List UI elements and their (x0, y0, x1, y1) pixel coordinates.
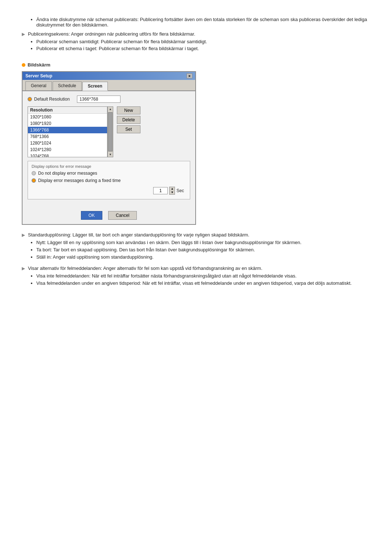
list-item: Ställ in: Anger vald upplösning som stan… (36, 254, 370, 260)
default-resolution-label: Default Resolution (34, 97, 70, 102)
bildskarm-title: Bildskärm (22, 62, 370, 68)
radio-inner (29, 98, 31, 100)
scrollbar-up-arrow[interactable]: ▲ (108, 107, 113, 112)
dialog-body: Default Resolution 1366*768 Resolution 1… (23, 91, 195, 208)
standardupplösning-list: Nytt: Lägger till en ny upplösning som k… (22, 240, 370, 260)
publiceringsekvens-subitems: Publicerar scheman samtidigt: Publicerar… (22, 39, 370, 51)
cancel-button[interactable]: Cancel (108, 211, 137, 220)
standardupplösning-item: ▶ Standardupplösning: Lägger till, tar b… (22, 232, 370, 238)
pub-sub2: Publicerar ett schema i taget: Publicera… (36, 46, 370, 51)
time-spinner[interactable]: ▲ ▼ (169, 187, 175, 195)
pub-sub1: Publicerar scheman samtidigt: Publicerar… (36, 39, 370, 44)
dialog-titlebar: Server Setup × (23, 72, 195, 80)
top-bullet-section: Ändra inte diskutrymme när schemat publi… (22, 17, 370, 28)
radio-display-fixed[interactable] (32, 178, 36, 183)
dialog-tabs: General Schedule Screen (23, 80, 195, 91)
error-message-box: Display options for error message Do not… (28, 161, 190, 199)
radio-row-1: Do not display error messages (32, 171, 186, 176)
close-button[interactable]: × (187, 73, 192, 78)
dialog-title: Server Setup (25, 73, 52, 78)
default-resolution-row: Default Resolution 1366*768 (28, 96, 190, 103)
radio-do-not-display[interactable] (32, 171, 36, 175)
time-row: ▲ ▼ Sec (32, 185, 186, 196)
server-setup-dialog: Server Setup × General Schedule Screen D… (22, 71, 196, 225)
new-button[interactable]: New (117, 106, 140, 114)
publiceringsekvens-item: ▶ Publiceringsekvens: Anger ordningen nä… (22, 31, 370, 37)
ok-button[interactable]: OK (81, 211, 102, 220)
list-item: Visa inte felmeddelanden: När ett fel in… (36, 273, 370, 279)
list-item[interactable]: 1366*768 (28, 127, 107, 133)
dialog-footer: OK Cancel (23, 208, 195, 224)
standardupplösning-text: Standardupplösning: Lägger till, tar bor… (28, 232, 249, 238)
default-resolution-radio[interactable] (28, 97, 32, 101)
arrow-icon: ▶ (22, 266, 25, 271)
list-item[interactable]: 768*1366 (28, 133, 107, 140)
tab-general[interactable]: General (25, 81, 52, 90)
radio-row-2: Display error messages during a fixed ti… (32, 178, 186, 183)
felmeddelanden-text: Visar alternativ för felmeddelanden: Ang… (28, 266, 262, 271)
resolution-area: Resolution 1920*1080 1080*1920 1366*768 … (28, 106, 190, 157)
scrollbar-thumb[interactable] (108, 112, 113, 151)
standardupplösning-section: ▶ Standardupplösning: Lägger till, tar b… (22, 232, 370, 260)
top-bullet-item1: Ändra inte diskutrymme när schemat publi… (36, 17, 370, 28)
list-item[interactable]: 1280*1024 (28, 140, 107, 146)
default-resolution-value[interactable]: 1366*768 (77, 96, 121, 103)
error-msg-title: Display options for error message (32, 164, 186, 169)
scrollbar-down-arrow[interactable]: ▼ (108, 152, 113, 157)
resolution-buttons: New Delete Set (117, 106, 140, 157)
tab-screen[interactable]: Screen (82, 82, 108, 91)
time-input[interactable] (153, 187, 168, 194)
list-item: Ta bort: Tar bort en skapad upplösning. … (36, 247, 370, 252)
bildskarm-label: Bildskärm (28, 62, 50, 68)
orange-dot-icon (22, 63, 25, 67)
felmeddelanden-section: ▶ Visar alternativ för felmeddelanden: A… (22, 266, 370, 286)
bildskarm-section: Bildskärm Server Setup × General Schedul… (22, 62, 370, 225)
felmeddelanden-list: Visa inte felmeddelanden: När ett fel in… (22, 273, 370, 286)
list-item: Visa felmeddelanden under en angiven tid… (36, 280, 370, 286)
spinner-down[interactable]: ▼ (170, 191, 175, 194)
list-item[interactable]: 1024*768 (28, 153, 107, 157)
resolution-list-wrapper: Resolution 1920*1080 1080*1920 1366*768 … (28, 106, 113, 157)
resolution-list[interactable]: Resolution 1920*1080 1080*1920 1366*768 … (28, 106, 107, 157)
tab-schedule[interactable]: Schedule (53, 81, 82, 90)
resolution-scrollbar[interactable]: ▲ ▼ (107, 106, 113, 157)
set-button[interactable]: Set (117, 125, 140, 133)
arrow-icon: ▶ (22, 232, 25, 238)
resolution-list-header: Resolution (28, 107, 107, 114)
list-item: Nytt: Lägger till en ny upplösning som k… (36, 240, 370, 245)
felmeddelanden-item: ▶ Visar alternativ för felmeddelanden: A… (22, 266, 370, 271)
list-item[interactable]: 1920*1080 (28, 114, 107, 120)
arrow-icon: ▶ (22, 32, 25, 37)
list-item[interactable]: 1024*1280 (28, 146, 107, 153)
spinner-up[interactable]: ▲ (170, 187, 175, 191)
time-unit-label: Sec (176, 188, 184, 193)
publiceringsekvens-text: Publiceringsekvens: Anger ordningen när … (28, 31, 195, 37)
delete-button[interactable]: Delete (117, 116, 140, 124)
radio1-label: Do not display error messages (38, 171, 97, 176)
radio2-label: Display error messages during a fixed ti… (38, 178, 121, 183)
list-item[interactable]: 1080*1920 (28, 120, 107, 127)
